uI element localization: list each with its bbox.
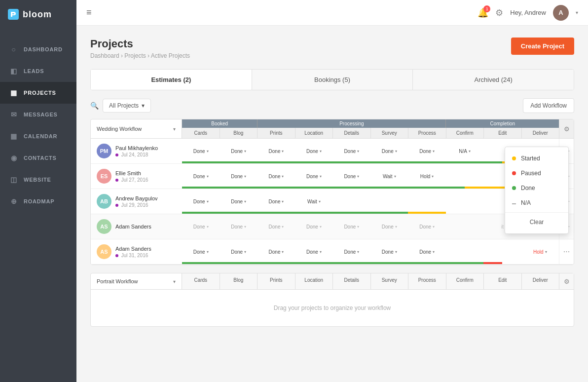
table-row: AB Andrew Baygulov Jul 29, 2016 Done▾ Do… [91, 189, 574, 214]
portrait-workflow-arrow[interactable]: ▾ [173, 279, 176, 284]
wedding-workflow-label: Wedding Workflow [97, 126, 142, 132]
status-na-label: N/A [521, 199, 531, 206]
logo[interactable]: bloom [0, 0, 76, 29]
status-cell-location: Done▾ [295, 147, 332, 156]
calendar-icon: ▦ [10, 132, 18, 140]
status-dropdown[interactable]: Done▾ [306, 224, 322, 229]
status-dropdown[interactable]: Done▾ [193, 249, 209, 255]
status-dropdown[interactable]: Done▾ [231, 174, 246, 179]
sidebar-item-website[interactable]: ◫ Website [0, 169, 76, 191]
contacts-icon: ◉ [10, 154, 18, 162]
tab-archived[interactable]: Archived (24) [413, 70, 574, 90]
sidebar-item-leads[interactable]: ◧ Leads [0, 60, 76, 82]
status-dropdown[interactable]: Done▾ [193, 199, 209, 204]
row-options-button[interactable]: ··· [559, 239, 574, 264]
status-option-done[interactable]: Done [505, 181, 568, 195]
settings-button[interactable]: ⚙ [495, 7, 503, 18]
sidebar-item-calendar[interactable]: ▦ Calendar [0, 125, 76, 147]
status-dropdown[interactable]: Done▾ [231, 199, 246, 204]
status-cell-details: Done▾ [333, 147, 370, 156]
status-dropdown[interactable]: Done▾ [193, 174, 209, 179]
col-header-details: Details [333, 128, 371, 138]
status-dropdown[interactable]: Done▾ [382, 149, 397, 154]
status-cell [370, 199, 408, 203]
status-dropdown[interactable]: N/A▾ [459, 149, 471, 154]
status-dropdown[interactable]: Done▾ [344, 249, 359, 255]
status-option-paused[interactable]: Paused [505, 166, 568, 181]
tab-estimates[interactable]: Estimates (2) [91, 70, 252, 90]
status-clear-button[interactable]: Clear [505, 215, 568, 229]
breadcrumb: Dashboard › Projects › Active Projects [90, 52, 190, 59]
sidebar-item-dashboard[interactable]: ○ Dashboard [0, 38, 76, 60]
status-option-na[interactable]: N/A [505, 195, 568, 210]
status-dropdown[interactable]: Done▾ [269, 249, 284, 255]
status-dropdown[interactable]: Done▾ [269, 149, 284, 154]
status-dropdown[interactable]: Done▾ [419, 149, 435, 154]
status-dropdown[interactable]: Done▾ [344, 224, 359, 229]
logo-icon [8, 9, 19, 20]
status-dropdown[interactable]: Done▾ [344, 174, 359, 179]
status-dropdown[interactable]: Done▾ [231, 149, 246, 154]
logo-text: bloom [23, 9, 52, 20]
website-icon: ◫ [10, 176, 18, 184]
filter-dropdown[interactable]: All Projects ▾ [103, 99, 151, 113]
avatar[interactable]: A [553, 5, 569, 21]
tab-bookings[interactable]: Bookings (5) [252, 70, 413, 90]
status-dropdown[interactable]: Hold▾ [533, 249, 547, 255]
col-header-location: Location [295, 128, 333, 138]
status-dropdown[interactable]: Done▾ [193, 149, 209, 154]
col-header-blog: Blog [220, 128, 258, 138]
notifications-button[interactable]: 🔔 1 [478, 7, 488, 18]
status-dropdown[interactable]: Done▾ [382, 224, 397, 229]
status-dropdown[interactable]: Done▾ [193, 224, 209, 229]
status-cell [483, 250, 521, 254]
status-dropdown[interactable]: Done▾ [344, 149, 359, 154]
client-info: Adam Sanders Jul 31, 2016 [115, 246, 151, 258]
status-cell [446, 250, 483, 254]
sidebar-navigation: ○ Dashboard ◧ Leads ▦ Projects ✉ Message… [0, 38, 76, 212]
workflow-settings-arrow[interactable]: ▾ [173, 126, 176, 132]
row-status-cells: Done▾ Done▾ Done▾ Done▾ Done▾ Done▾ Done… [182, 139, 559, 163]
client-name: Ellie Smith [115, 170, 148, 176]
search-icon[interactable]: 🔍 [90, 102, 99, 110]
page-header: Projects Dashboard › Projects › Active P… [90, 38, 574, 59]
status-cell: Wait▾ [370, 172, 408, 181]
hamburger-menu[interactable]: ≡ [86, 7, 92, 18]
status-dropdown[interactable]: Done▾ [269, 224, 284, 229]
status-option-started[interactable]: Started [505, 151, 568, 166]
column-groups-section: Booked Processing Completion Cards Blog … [182, 119, 559, 138]
client-name-cell: PM Paul Mikhaylenko Jul 24, 2018 [91, 139, 182, 163]
status-dropdown[interactable]: Done▾ [382, 249, 397, 255]
status-dropdown[interactable]: Wait▾ [383, 174, 396, 179]
status-dropdown[interactable]: Done▾ [419, 224, 435, 229]
status-dropdown[interactable]: Hold▾ [420, 174, 434, 179]
add-workflow-button[interactable]: Add Workflow [523, 98, 574, 113]
status-dropdown[interactable]: Done▾ [306, 249, 322, 255]
status-dropdown[interactable]: Wait▾ [307, 199, 321, 204]
sidebar-item-label: Website [24, 177, 51, 183]
gear-header[interactable]: ⚙ [559, 119, 574, 138]
table-row: ES Ellie Smith Jul 27, 2016 Done▾ Done▾ … [91, 164, 574, 189]
notification-badge: 1 [483, 5, 490, 12]
sidebar-item-contacts[interactable]: ◉ Contacts [0, 147, 76, 169]
progress-green [182, 161, 502, 163]
filter-arrow-icon: ▾ [142, 102, 145, 109]
status-dropdown[interactable]: Done▾ [231, 249, 246, 255]
sidebar-item-roadmap[interactable]: ⊕ Roadmap [0, 191, 76, 212]
portrait-gear-header[interactable]: ⚙ [559, 273, 574, 289]
sidebar-item-messages[interactable]: ✉ Messages [0, 104, 76, 125]
status-cell: Done▾ [220, 197, 257, 206]
table-row: AS Adam Sanders Done▾ Done▾ Done▾ Done▾ … [91, 214, 574, 239]
client-info: Andrew Baygulov Jul 29, 2016 [115, 195, 158, 208]
status-dropdown[interactable]: Done▾ [231, 224, 246, 229]
create-project-button[interactable]: Create Project [511, 38, 574, 55]
chevron-down-icon[interactable]: ▾ [576, 10, 578, 15]
status-dropdown[interactable]: Done▾ [306, 149, 322, 154]
col-header-cards: Cards [182, 128, 220, 138]
status-dropdown[interactable]: Done▾ [306, 174, 322, 179]
status-dropdown[interactable]: Done▾ [419, 249, 435, 255]
status-dropdown[interactable]: Done▾ [269, 174, 284, 179]
sidebar-item-projects[interactable]: ▦ Projects [0, 82, 76, 104]
status-dropdown[interactable]: Done▾ [269, 199, 284, 204]
page-content: Projects Dashboard › Projects › Active P… [76, 26, 588, 382]
